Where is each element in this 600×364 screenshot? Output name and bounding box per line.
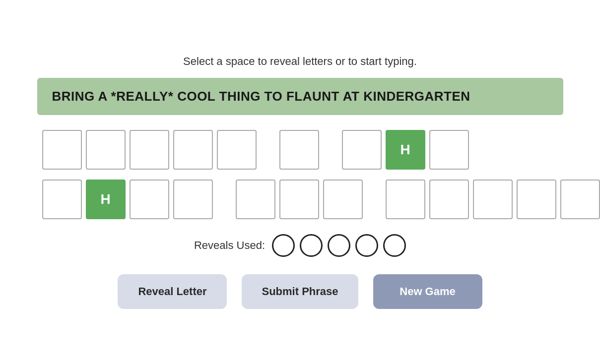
new-game-button[interactable]: New Game [373, 274, 482, 309]
letter-box[interactable] [279, 130, 319, 170]
buttons-row: Reveal Letter Submit Phrase New Game [118, 274, 482, 309]
letter-box[interactable] [173, 180, 213, 219]
reveal-circle-2 [300, 234, 323, 257]
word-row-1: H [42, 130, 469, 170]
letter-box[interactable] [429, 130, 469, 170]
letter-box-revealed[interactable]: H [386, 130, 425, 170]
reveal-circle-4 [355, 234, 378, 257]
reveals-label: Reveals Used: [194, 239, 265, 252]
letter-box[interactable] [386, 180, 425, 219]
letter-box[interactable] [342, 130, 382, 170]
word-row-2: H [42, 180, 600, 219]
letter-box[interactable] [42, 180, 82, 219]
letter-box[interactable] [217, 130, 257, 170]
letter-box[interactable] [429, 180, 469, 219]
instruction-text: Select a space to reveal letters or to s… [183, 55, 417, 68]
reveal-circle-1 [272, 234, 295, 257]
letter-box[interactable] [517, 180, 556, 219]
letter-box[interactable] [279, 180, 319, 219]
letter-box[interactable] [173, 130, 213, 170]
reveal-letter-button[interactable]: Reveal Letter [118, 274, 227, 309]
reveal-circles [272, 234, 406, 257]
submit-phrase-button[interactable]: Submit Phrase [242, 274, 358, 309]
letter-box[interactable] [42, 130, 82, 170]
letter-box[interactable] [86, 130, 126, 170]
reveals-section: Reveals Used: [194, 234, 406, 257]
phrase-banner: BRING A *REALLY* COOL THING TO FLAUNT AT… [37, 78, 563, 115]
reveal-circle-3 [328, 234, 350, 257]
letter-box[interactable] [130, 130, 169, 170]
game-container: Select a space to reveal letters or to s… [27, 40, 573, 324]
phrase-text: BRING A *REALLY* COOL THING TO FLAUNT AT… [52, 89, 470, 104]
letter-box[interactable] [130, 180, 169, 219]
letter-box[interactable] [236, 180, 275, 219]
letter-box[interactable] [560, 180, 600, 219]
reveal-circle-5 [383, 234, 406, 257]
letter-box-revealed[interactable]: H [86, 180, 126, 219]
letter-box[interactable] [323, 180, 363, 219]
letter-box[interactable] [473, 180, 513, 219]
letter-grid: H H [37, 130, 563, 219]
